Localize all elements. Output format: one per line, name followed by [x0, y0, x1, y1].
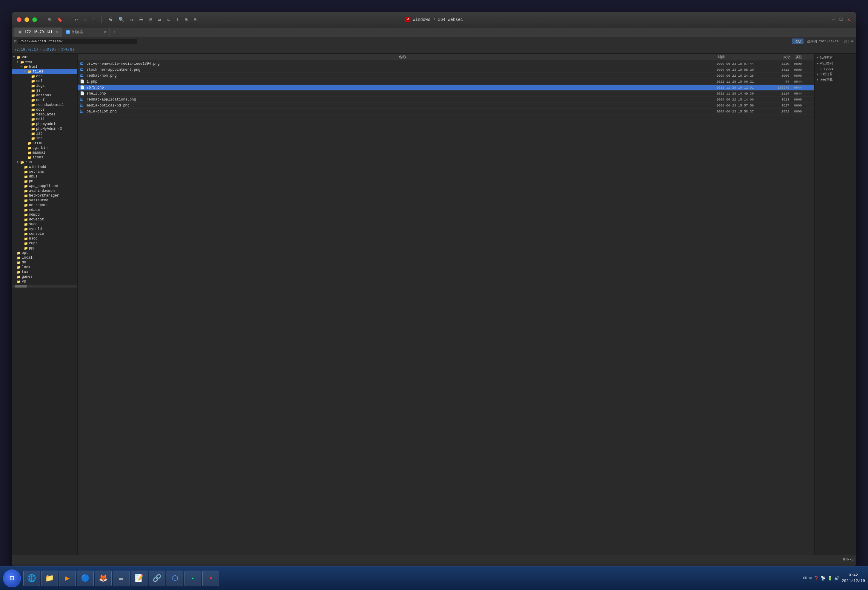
file-row-4[interactable]: 📄 7675.php 2021-11-28 15:12:01 125545 06…	[78, 85, 814, 91]
tree-item-error[interactable]: 📁 error	[12, 141, 77, 146]
tree-item-local[interactable]: 📁 local	[12, 255, 77, 260]
systray-help[interactable]: ❓	[814, 576, 819, 581]
tree-item-networkmanager[interactable]: 📁 NetworkManager	[12, 193, 77, 198]
tree-item-lock[interactable]: 📁 lock	[12, 265, 77, 270]
file-row-5[interactable]: 📄 shell.php 2021-11-28 14:49:30 1114 064…	[78, 91, 814, 97]
file-row-6[interactable]: 🖼 redhat-applications.png 2009-06-22 15:…	[78, 97, 814, 103]
systray-sound-icon[interactable]: 🔊	[834, 576, 839, 581]
col-header-perms[interactable]: 属性	[795, 54, 813, 60]
archive-icon[interactable]: ⊞	[183, 16, 189, 24]
address-input[interactable]: /var/www/html/files/	[18, 39, 137, 44]
tree-item-docs[interactable]: 📁 docs	[12, 107, 77, 112]
bookmark-icon[interactable]: 🔖	[56, 16, 64, 24]
maximize-button[interactable]	[32, 17, 37, 22]
tree-item-actions[interactable]: 📁 actions	[12, 93, 77, 98]
tree-item-conf[interactable]: 📁 conf	[12, 98, 77, 103]
breadcrumb-part-1[interactable]: 72.16.70.14	[14, 48, 38, 52]
tree-item-db[interactable]: 📁 db	[12, 260, 77, 265]
taskbar-item-app[interactable]: ▪	[202, 571, 219, 586]
restore-icon[interactable]: □	[838, 16, 844, 24]
col-header-size[interactable]: 大小	[771, 54, 795, 60]
read-button[interactable]: 读取	[792, 38, 803, 44]
tree-item-mdmpd[interactable]: 📁 mdmpd	[12, 212, 77, 217]
tree-item-mdadm[interactable]: 📁 mdadm	[12, 207, 77, 212]
col-header-name[interactable]: 名称	[399, 54, 717, 60]
tree-item-www[interactable]: ▼ 📂 www	[12, 60, 77, 65]
tree-item-icons[interactable]: 📁 icons	[12, 155, 77, 160]
tree-item-cups[interactable]: 📁 cups	[12, 241, 77, 246]
tab-browser-close[interactable]: ✕	[104, 30, 106, 34]
taskbar-item-terminal[interactable]: ▬	[113, 571, 130, 586]
download-icon[interactable]: ⬇	[175, 16, 180, 24]
tree-item-var[interactable]: ▼ 📂 var	[12, 55, 77, 60]
tree-item-cgi-bin[interactable]: 📁 cgi-bin	[12, 146, 77, 150]
tree-item-templates[interactable]: 📁 templates	[12, 112, 77, 117]
refresh-icon[interactable]: ↺	[129, 16, 134, 24]
tree-item-tux[interactable]: 📁 tux	[12, 270, 77, 274]
tree-item-manual[interactable]: 📁 manual	[12, 150, 77, 155]
print-icon[interactable]: 🖨	[106, 16, 114, 24]
sidebar-item-type1[interactable]: ☐ Type1	[816, 66, 855, 71]
tree-item-mail[interactable]: 📁 mail	[12, 117, 77, 122]
taskbar-item-cmd[interactable]: ➤	[185, 571, 201, 586]
tree-item-avahi[interactable]: 📁 avahi-daemon	[12, 188, 77, 193]
sidebar-header-expand[interactable]: ▼ 站点变更	[816, 55, 855, 60]
tree-item-saslauthd[interactable]: 📁 saslauthd	[12, 198, 77, 203]
tab-terminal[interactable]: ▣ 172.16.70.141 ✕	[14, 28, 62, 37]
taskbar-item-ie[interactable]: 🌐	[23, 571, 40, 586]
close-icon[interactable]: ✕	[846, 16, 851, 24]
sidebar-section-upload[interactable]: ▶ 上传下载	[816, 77, 855, 82]
start-button[interactable]: ⊞	[3, 569, 21, 587]
extract-icon[interactable]: ⊟	[192, 16, 198, 24]
tree-item-css[interactable]: 📁 css	[12, 74, 77, 79]
taskbar-item-explorer[interactable]: 📁	[41, 571, 58, 586]
file-row-2[interactable]: 🖼 redhat-hom.png 2009-06-22 15:24:28 300…	[78, 73, 814, 79]
tree-item-roundcubemail[interactable]: 📁 roundcubemail	[12, 103, 77, 107]
tree-item-console[interactable]: 📁 console	[12, 231, 77, 236]
forward-icon[interactable]: ↪	[83, 16, 88, 24]
tree-item-js[interactable]: 📁 js	[12, 88, 77, 93]
back-icon[interactable]: ↩	[74, 16, 79, 24]
tree-item-ppp[interactable]: 📁 ppp	[12, 246, 77, 250]
tab-close-button[interactable]: ✕	[56, 30, 58, 34]
tree-item-logs[interactable]: 📁 logs	[12, 84, 77, 88]
sidebar-section-auth[interactable]: ▶ 对认类别	[816, 60, 855, 66]
taskbar-item-network[interactable]: 🔗	[149, 571, 165, 586]
tree-item-winbindd[interactable]: 📁 winbindd	[12, 165, 77, 169]
file-row-8[interactable]: 🖼 pale-pilot.png 2009-06-23 15:58:37 295…	[78, 109, 814, 115]
tree-item-setrans[interactable]: 📁 setrans	[12, 169, 77, 174]
sidebar-toggle-icon[interactable]: ⊟	[47, 16, 52, 24]
tree-item-dbus[interactable]: 📁 dbus	[12, 174, 77, 179]
taskbar-item-firefox[interactable]: 🦊	[95, 571, 112, 586]
tree-item-run[interactable]: ▼ 📂 run	[12, 160, 77, 165]
tree-item-netreport[interactable]: 📁 netreport	[12, 203, 77, 207]
filter-icon[interactable]: ⊟	[148, 16, 154, 24]
taskbar-item-chrome[interactable]: 🔵	[77, 571, 94, 586]
tree-item-yp[interactable]: 📁 yp	[12, 279, 77, 284]
tree-item-opt[interactable]: 📁 opt	[12, 250, 77, 255]
tree-item-lib[interactable]: 📁 lib	[12, 131, 77, 136]
tree-item-inc[interactable]: 📁 inc	[12, 136, 77, 141]
tree-item-dovecot[interactable]: 📁 dovecot	[12, 217, 77, 222]
file-row-0[interactable]: 🖼 drive-removable-media-ieee1394.png 200…	[78, 61, 814, 67]
file-row-7[interactable]: 🖼 media-optical-bd.png 2009-06-23 15:57:…	[78, 103, 814, 109]
tree-item-nscd[interactable]: 📁 nscd	[12, 236, 77, 241]
tree-item-sudo[interactable]: 📁 sudo	[12, 222, 77, 227]
sync-icon[interactable]: ⇄	[157, 16, 162, 24]
tree-item-wpa[interactable]: 📁 wpa_supplicant	[12, 184, 77, 188]
taskbar-item-cube[interactable]: ⬡	[167, 571, 183, 586]
breadcrumb-part-3[interactable]: 文件(G)	[61, 47, 74, 52]
view-icon[interactable]: ☰	[138, 16, 145, 24]
minimize-button[interactable]	[25, 17, 29, 22]
upload-icon[interactable]: ⇅	[166, 16, 171, 24]
file-row-3[interactable]: 📄 1.php 2021-11-28 15:06:21 44 0644	[78, 79, 814, 85]
tree-item-html[interactable]: ▼ 📂 html	[12, 65, 77, 69]
preview-icon[interactable]: 🔍	[117, 16, 125, 24]
tab-add-button[interactable]: +	[110, 28, 119, 37]
file-row-1[interactable]: 🖼 stock_her-appointment.png 2009-06-23 1…	[78, 67, 814, 73]
tree-item-phpmyadmin[interactable]: 📁 phpmyadmin	[12, 122, 77, 127]
tree-item-phpmyadmin3[interactable]: 📁 phpMyAdmin-3.	[12, 127, 77, 131]
tree-item-games[interactable]: 📁 games	[12, 274, 77, 279]
tree-item-pm[interactable]: 📁 pm	[12, 179, 77, 184]
col-header-date[interactable]: 时间	[717, 54, 771, 60]
